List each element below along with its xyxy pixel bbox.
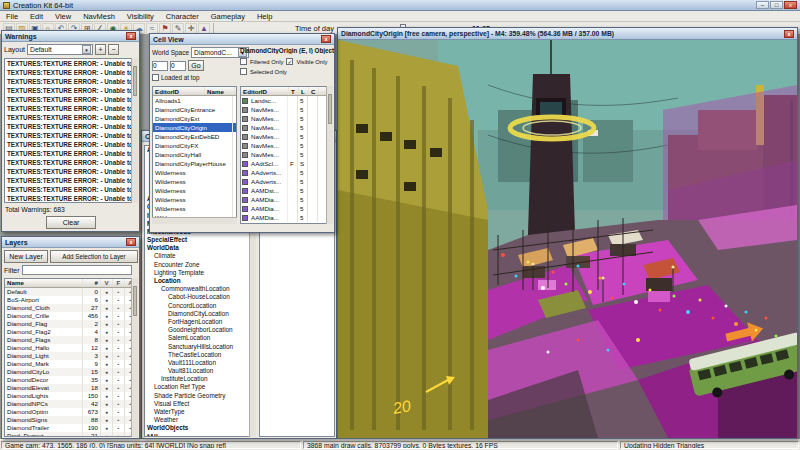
visible-only-checkbox[interactable]: ✓ bbox=[286, 58, 293, 65]
layers-filter-input[interactable] bbox=[22, 265, 132, 275]
render-viewport[interactable]: 20 bbox=[338, 40, 797, 438]
Dmd_Dugout[interactable]: Dmd_Dugout 21 ● ▪ ▪ bbox=[5, 432, 137, 437]
warnings-list[interactable]: TEXTURES:TEXTURE ERROR: - Unable to load… bbox=[4, 58, 138, 203]
visible-eye-icon[interactable]: ● bbox=[101, 288, 113, 296]
select-icon[interactable]: ✛ bbox=[185, 23, 197, 34]
menu-file[interactable]: File bbox=[0, 11, 24, 22]
go-button[interactable]: Go bbox=[188, 60, 204, 71]
frozen-icon[interactable]: ▪ bbox=[113, 304, 125, 312]
visible-eye-icon[interactable]: ● bbox=[101, 432, 113, 437]
delete-layout-button[interactable]: − bbox=[108, 44, 119, 55]
warnings-close-icon[interactable]: x bbox=[126, 32, 136, 40]
visible-eye-icon[interactable]: ● bbox=[101, 368, 113, 376]
visible-eye-icon[interactable]: ● bbox=[101, 344, 113, 352]
visible-eye-icon[interactable]: ● bbox=[101, 376, 113, 384]
frozen-icon[interactable]: ▪ bbox=[113, 344, 125, 352]
filtered-only-checkbox[interactable] bbox=[240, 58, 247, 65]
frozen-icon[interactable]: ▪ bbox=[113, 320, 125, 328]
visible-eye-icon[interactable]: ● bbox=[101, 360, 113, 368]
Diamond_Crille[interactable]: Diamond_Crille 456 ● ▪ ▪ bbox=[5, 312, 137, 320]
frozen-icon[interactable]: ▪ bbox=[113, 360, 125, 368]
DiamondSigns[interactable]: DiamondSigns 88 ● ▪ ▪ bbox=[5, 416, 137, 424]
menu-navmesh[interactable]: NavMesh bbox=[77, 11, 121, 22]
DiamondDecor[interactable]: DiamondDecor 35 ● ▪ ▪ bbox=[5, 376, 137, 384]
add-selection-button[interactable]: Add Selection to Layer bbox=[50, 250, 138, 263]
Diamond_Flag2[interactable]: Diamond_Flag2 4 ● ▪ ▪ bbox=[5, 328, 137, 336]
menu-character[interactable]: Character bbox=[160, 11, 205, 22]
cell-view-titlebar[interactable]: Cell View x bbox=[150, 34, 334, 45]
visible-eye-icon[interactable]: ● bbox=[101, 400, 113, 408]
visible-eye-icon[interactable]: ● bbox=[101, 296, 113, 304]
obj-col-c[interactable]: C bbox=[309, 87, 319, 95]
DiamondNPCs[interactable]: DiamondNPCs 42 ● ▪ ▪ bbox=[5, 400, 137, 408]
visible-eye-icon[interactable]: ● bbox=[101, 424, 113, 432]
menu-gameplay[interactable]: Gameplay bbox=[205, 11, 251, 22]
cell-list-hscrollbar[interactable] bbox=[152, 217, 237, 224]
frozen-icon[interactable]: ▪ bbox=[113, 432, 125, 437]
fog-icon[interactable]: ≈ bbox=[146, 23, 158, 34]
clear-button[interactable]: Clear bbox=[46, 216, 96, 229]
markers-icon[interactable]: ⚑ bbox=[159, 23, 171, 34]
Diamond_Flag[interactable]: Diamond_Flag 2 ● ▪ ▪ bbox=[5, 320, 137, 328]
obj-col-l[interactable]: L bbox=[299, 87, 309, 95]
frozen-icon[interactable]: ▪ bbox=[113, 296, 125, 304]
Default[interactable]: Default 0 ● ▪ ▪ bbox=[5, 288, 137, 296]
navmesh-icon[interactable]: ▲ bbox=[198, 23, 210, 34]
edit-icon[interactable]: ✎ bbox=[172, 23, 184, 34]
visible-eye-icon[interactable]: ● bbox=[101, 416, 113, 424]
visible-eye-icon[interactable]: ● bbox=[101, 392, 113, 400]
BoS-Airport[interactable]: BoS-Airport 6 ● ▪ ▪ bbox=[5, 296, 137, 304]
frozen-icon[interactable]: ▪ bbox=[113, 392, 125, 400]
cell-col-editorid[interactable]: EditorID bbox=[153, 87, 205, 95]
menu-help[interactable]: Help bbox=[251, 11, 278, 22]
Diamond_Cloth[interactable]: Diamond_Cloth 27 ● ▪ ▪ bbox=[5, 304, 137, 312]
maximize-button[interactable]: □ bbox=[770, 1, 783, 9]
col-visible[interactable]: V bbox=[101, 279, 113, 287]
frozen-icon[interactable]: ▪ bbox=[113, 336, 125, 344]
layers-scrollbar[interactable] bbox=[131, 278, 138, 437]
obj-col-t[interactable]: T bbox=[289, 87, 299, 95]
frozen-icon[interactable]: ▪ bbox=[113, 312, 125, 320]
Diamond_Hallo[interactable]: Diamond_Hallo 12 ● ▪ ▪ bbox=[5, 344, 137, 352]
visible-eye-icon[interactable]: ● bbox=[101, 408, 113, 416]
DiamondLights[interactable]: DiamondLights 150 ● ▪ ▪ bbox=[5, 392, 137, 400]
frozen-icon[interactable]: ▪ bbox=[113, 376, 125, 384]
frozen-icon[interactable]: ▪ bbox=[113, 384, 125, 392]
new-layer-button[interactable]: New Layer bbox=[4, 250, 48, 263]
frozen-icon[interactable]: ▪ bbox=[113, 416, 125, 424]
obj-col-editorid[interactable]: EditorID bbox=[241, 87, 289, 95]
Diamond_Mark[interactable]: Diamond_Mark 9 ● ▪ ▪ bbox=[5, 360, 137, 368]
visible-eye-icon[interactable]: ● bbox=[101, 312, 113, 320]
col-name[interactable]: Name bbox=[5, 279, 83, 287]
frozen-icon[interactable]: ▪ bbox=[113, 400, 125, 408]
frozen-icon[interactable]: ▪ bbox=[113, 408, 125, 416]
visible-eye-icon[interactable]: ● bbox=[101, 304, 113, 312]
cell-view-close-icon[interactable]: x bbox=[321, 35, 331, 43]
layers-close-icon[interactable]: x bbox=[126, 238, 136, 246]
Diamond_Light[interactable]: Diamond_Light 3 ● ▪ ▪ bbox=[5, 352, 137, 360]
visible-eye-icon[interactable]: ● bbox=[101, 336, 113, 344]
cell-col-name[interactable]: Name bbox=[205, 87, 235, 95]
DiamondCityLo[interactable]: DiamondCityLo 15 ● ▪ ▪ bbox=[5, 368, 137, 376]
render-close-icon[interactable]: x bbox=[784, 30, 794, 38]
render-titlebar[interactable]: DiamondCityOrigin [free camera, perspect… bbox=[338, 28, 797, 40]
col-frozen[interactable]: F bbox=[113, 279, 125, 287]
col-count[interactable]: # bbox=[83, 279, 101, 287]
DiamondTrailer[interactable]: DiamondTrailer 190 ● ▪ ▪ bbox=[5, 424, 137, 432]
minimize-button[interactable]: – bbox=[756, 1, 769, 9]
x-coordinate-input[interactable] bbox=[152, 61, 168, 71]
save-layout-button[interactable]: + bbox=[95, 44, 106, 55]
y-coordinate-input[interactable] bbox=[170, 61, 186, 71]
selected-only-checkbox[interactable] bbox=[240, 68, 247, 75]
cell-objects-scrollbar[interactable] bbox=[326, 86, 333, 224]
layout-dropdown[interactable]: Default ▾ bbox=[27, 44, 93, 55]
menu-visibility[interactable]: Visibility bbox=[121, 11, 160, 22]
frozen-icon[interactable]: ▪ bbox=[113, 368, 125, 376]
DiamondOptim[interactable]: DiamondOptim 673 ● ▪ ▪ bbox=[5, 408, 137, 416]
frozen-icon[interactable]: ▪ bbox=[113, 328, 125, 336]
app-titlebar[interactable]: Creation Kit 64-bit – □ x bbox=[0, 0, 800, 11]
visible-eye-icon[interactable]: ● bbox=[101, 352, 113, 360]
menu-edit[interactable]: Edit bbox=[24, 11, 49, 22]
frozen-icon[interactable]: ▪ bbox=[113, 352, 125, 360]
frozen-icon[interactable]: ▪ bbox=[113, 424, 125, 432]
